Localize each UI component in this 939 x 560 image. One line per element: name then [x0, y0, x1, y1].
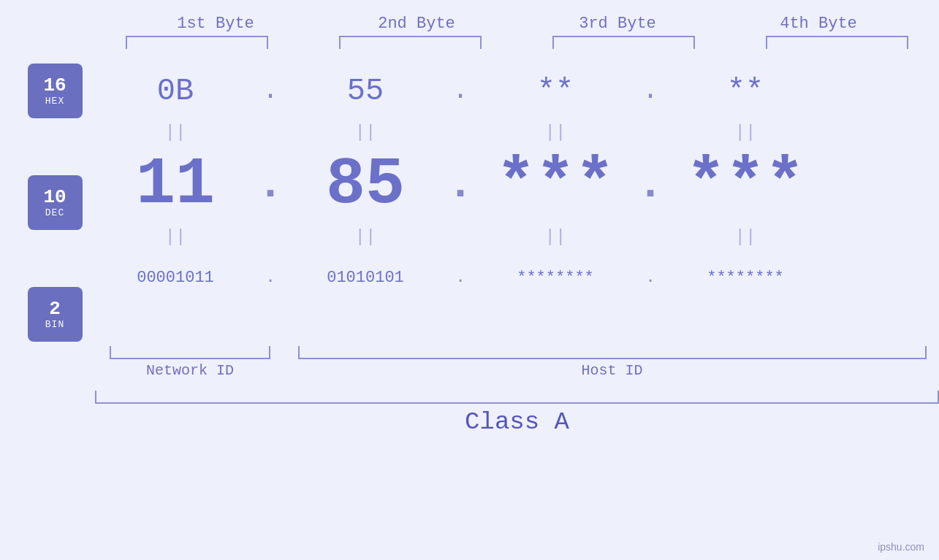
badge-dec-label: DEC — [45, 208, 64, 218]
bin-byte-2: 01010101 — [285, 269, 446, 287]
network-id-section: Network ID — [95, 346, 285, 379]
bracket-byte-1 — [126, 36, 268, 49]
content-wrapper: 16 HEX 10 DEC 2 BIN 0B . 55 . ** — [0, 64, 939, 342]
badge-bin-number: 2 — [49, 299, 61, 320]
dot-hex-2: . — [446, 76, 475, 106]
hex-byte-3: ** — [475, 74, 636, 109]
hex-byte-4: ** — [665, 74, 826, 109]
bin-row: 00001011 . 01010101 . ******** . *******… — [95, 250, 939, 305]
dec-byte-4: *** — [665, 147, 826, 222]
badge-bin-label: BIN — [45, 320, 64, 330]
eq-1-byte2: || — [285, 123, 446, 142]
dec-row: 11 . 85 . *** . *** — [95, 146, 939, 223]
bracket-byte-4 — [766, 36, 908, 49]
bracket-byte-2 — [339, 36, 482, 49]
watermark: ipshu.com — [878, 541, 924, 553]
eq-1-byte1: || — [95, 123, 256, 142]
eq-2-byte2: || — [285, 227, 446, 247]
byte-header-1: 1st Byte — [135, 15, 296, 33]
dot-hex-3: . — [636, 76, 665, 106]
badge-hex-number: 16 — [43, 75, 66, 96]
hex-byte-2: 55 — [285, 74, 446, 109]
eq-row-2: || || || || — [95, 223, 939, 250]
dot-bin-2: . — [446, 269, 475, 287]
main-container: 1st Byte 2nd Byte 3rd Byte 4th Byte 16 H… — [0, 0, 939, 560]
full-bottom-bracket — [95, 391, 939, 404]
bin-byte-4: ******** — [665, 269, 826, 287]
dot-bin-1: . — [256, 269, 285, 287]
all-data-rows: 0B . 55 . ** . ** || || || || 11 — [95, 64, 939, 342]
eq-2-byte1: || — [95, 227, 256, 247]
dot-dec-3: . — [636, 160, 665, 210]
badge-hex-label: HEX — [45, 96, 64, 107]
hex-row: 0B . 55 . ** . ** — [95, 64, 939, 118]
badge-dec-number: 10 — [43, 187, 66, 208]
bottom-id-section: Network ID Host ID — [95, 346, 939, 379]
badge-dec: 10 DEC — [28, 175, 83, 230]
eq-1-byte3: || — [475, 123, 636, 142]
dec-byte-3: *** — [475, 147, 636, 222]
dot-dec-2: . — [446, 160, 475, 210]
dot-dec-1: . — [256, 160, 285, 210]
byte-headers: 1st Byte 2nd Byte 3rd Byte 4th Byte — [115, 15, 919, 33]
dot-hex-1: . — [256, 76, 285, 106]
byte-header-4: 4th Byte — [738, 15, 899, 33]
network-id-label: Network ID — [146, 362, 234, 379]
byte-header-3: 3rd Byte — [537, 15, 698, 33]
eq-row-1: || || || || — [95, 118, 939, 146]
hex-byte-1: 0B — [95, 74, 256, 109]
top-brackets — [115, 36, 919, 49]
eq-2-byte3: || — [475, 227, 636, 247]
eq-1-byte4: || — [665, 123, 826, 142]
bin-byte-3: ******** — [475, 269, 636, 287]
host-id-section: Host ID — [285, 346, 939, 379]
badge-bin: 2 BIN — [28, 287, 83, 342]
dec-byte-1: 11 — [95, 147, 256, 222]
host-id-bracket — [298, 346, 927, 359]
bin-byte-1: 00001011 — [95, 269, 256, 287]
class-label: Class A — [95, 408, 939, 436]
bracket-byte-3 — [552, 36, 695, 49]
host-id-label: Host ID — [581, 362, 642, 379]
dot-bin-3: . — [636, 269, 665, 287]
byte-header-2: 2nd Byte — [336, 15, 497, 33]
dec-byte-2: 85 — [285, 147, 446, 222]
network-id-bracket — [110, 346, 270, 359]
badge-hex: 16 HEX — [28, 64, 83, 118]
eq-2-byte4: || — [665, 227, 826, 247]
badges-column: 16 HEX 10 DEC 2 BIN — [0, 64, 95, 342]
